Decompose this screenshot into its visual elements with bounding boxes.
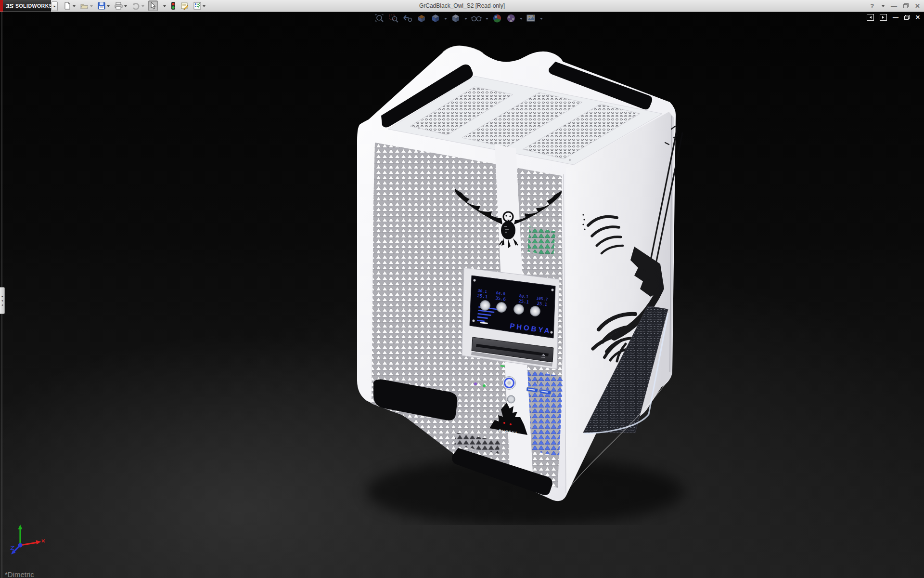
menu-expand-arrow[interactable]: ▸	[51, 1, 58, 11]
doc-window-controls: — ✕	[867, 14, 920, 21]
solidworks-logo: 3S SOLIDWORKS	[3, 0, 51, 12]
save-button[interactable]	[97, 1, 111, 11]
doc-close-icon[interactable]: ✕	[915, 14, 920, 21]
undo-icon	[132, 2, 140, 10]
green-mesh-cluster	[527, 226, 555, 256]
view-orientation-label: *Dimetric	[5, 570, 34, 578]
open-icon	[80, 2, 89, 10]
fan-controller-bay: 30.1 04.0 80.1 105.7 25.1 35.6 25.1 25.1…	[462, 268, 559, 369]
hide-show-items-icon[interactable]	[470, 13, 483, 24]
view-settings-dropdown[interactable]	[540, 18, 543, 21]
print-button[interactable]	[114, 1, 128, 11]
view-orientation-icon[interactable]	[430, 13, 441, 24]
pane-collapse-right-icon[interactable]	[880, 14, 887, 21]
close-icon[interactable]: ✕	[915, 2, 920, 10]
orientation-triad	[9, 523, 46, 557]
reset-button[interactable]	[507, 395, 515, 403]
doc-restore-icon[interactable]	[904, 15, 910, 20]
options-checklist-button[interactable]	[192, 1, 206, 11]
solidworks-logo-mark: 3S	[6, 2, 13, 10]
pc-case-3d-model: 30.1 04.0 80.1 105.7 25.1 35.6 25.1 25.1…	[337, 29, 703, 525]
standard-toolbar	[63, 0, 206, 12]
edit-appearance-icon[interactable]	[491, 13, 503, 24]
open-button[interactable]	[79, 1, 94, 11]
view-orientation-dropdown[interactable]	[444, 18, 447, 21]
select-cursor-icon	[150, 2, 156, 10]
heads-up-view-toolbar	[374, 13, 543, 24]
traffic-light-icon	[171, 2, 176, 10]
apply-scene-icon[interactable]	[505, 13, 517, 24]
select-dropdown[interactable]	[161, 1, 167, 11]
previous-view-icon[interactable]	[402, 13, 413, 24]
title-bar: 3S SOLIDWORKS ▸ GrCadBlack	[0, 0, 924, 12]
doc-minimize-icon[interactable]: —	[893, 14, 898, 21]
graphics-viewport[interactable]: — ✕ ◂ ◂ ◂	[0, 12, 924, 578]
apply-scene-dropdown[interactable]	[520, 18, 523, 21]
power-button[interactable]	[503, 377, 516, 390]
display-style-icon[interactable]	[450, 13, 462, 24]
section-view-icon[interactable]	[416, 13, 427, 24]
print-icon	[115, 2, 123, 10]
restore-icon[interactable]	[903, 3, 909, 8]
help-icon[interactable]: ?	[870, 2, 874, 10]
select-button[interactable]	[148, 0, 158, 11]
new-document-icon	[64, 2, 71, 10]
app-window-controls: ? — ✕	[870, 0, 920, 12]
feature-panel-collapsed-tab[interactable]: ◂ ◂ ◂	[0, 287, 5, 314]
interference-check-button[interactable]	[170, 1, 177, 11]
undo-button[interactable]	[131, 1, 145, 11]
led-green	[483, 384, 486, 387]
pane-collapse-left-icon[interactable]	[867, 14, 874, 21]
help-dropdown[interactable]	[882, 5, 885, 9]
led-purple	[474, 382, 477, 385]
display-style-dropdown[interactable]	[464, 18, 467, 21]
minimize-icon[interactable]: —	[891, 2, 897, 10]
options-checklist-icon	[193, 2, 201, 10]
hide-show-items-dropdown[interactable]	[486, 18, 488, 21]
design-binder-button[interactable]	[180, 1, 190, 11]
solidworks-logo-text: SOLIDWORKS	[15, 3, 52, 9]
new-document-button[interactable]	[63, 1, 77, 11]
save-icon	[98, 2, 105, 10]
zoom-to-area-icon[interactable]	[388, 13, 399, 24]
zoom-to-fit-icon[interactable]	[374, 13, 385, 24]
design-binder-icon	[180, 2, 189, 10]
case-side-panel	[566, 112, 674, 495]
view-settings-icon[interactable]	[526, 13, 537, 24]
